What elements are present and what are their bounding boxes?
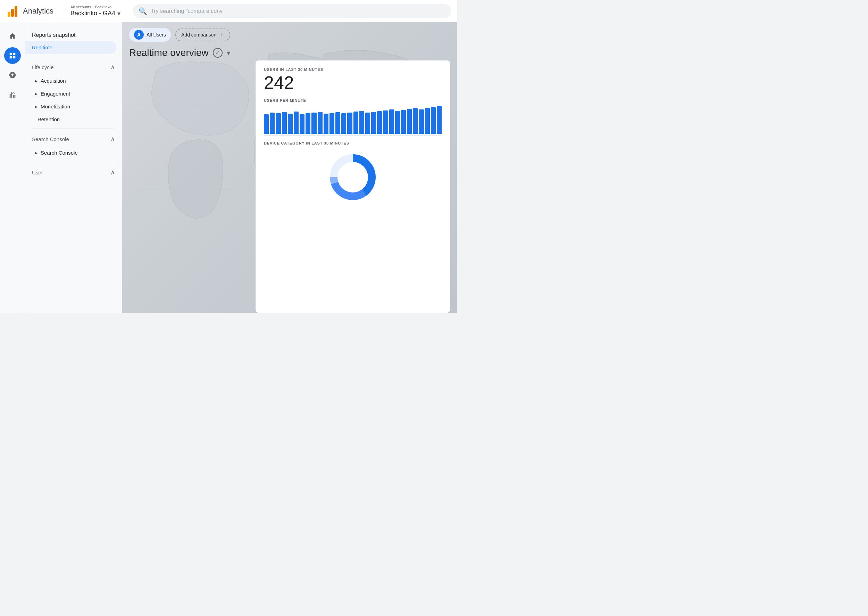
chart-bar	[324, 114, 329, 134]
sidebar-lifecycle-label: Life cycle	[32, 64, 54, 70]
monetization-bullet-icon: ▸	[35, 104, 37, 110]
chart-bar	[419, 110, 424, 134]
breadcrumb-chevron-icon: ›	[92, 5, 94, 9]
chart-bar	[431, 107, 436, 134]
account-selector[interactable]: Backlinko - GA4 ▾	[71, 10, 121, 17]
search-console-chevron-icon: ∧	[110, 135, 115, 143]
svg-rect-6	[13, 56, 15, 58]
chart-bar	[407, 109, 412, 134]
chart-bar	[288, 114, 293, 134]
analytics-logo-icon	[6, 4, 19, 18]
add-comparison-button[interactable]: Add comparison ＋	[175, 28, 230, 41]
nav-advertising-icon[interactable]	[4, 86, 21, 103]
sidebar-item-search-console[interactable]: ▸ Search Console	[25, 146, 122, 159]
sidebar-realtime-label: Realtime	[32, 44, 52, 50]
chart-bar	[335, 112, 340, 134]
chart-bar	[306, 113, 310, 134]
sidebar-acquisition-label: Acquisition	[41, 78, 66, 84]
donut-svg	[325, 149, 381, 205]
sidebar-item-engagement[interactable]: ▸ Engagement	[25, 87, 122, 100]
sidebar-divider-1	[32, 57, 115, 57]
sidebar-user-header[interactable]: User ∧	[25, 165, 122, 180]
nav-reports-icon[interactable]	[4, 47, 21, 64]
device-donut-chart	[264, 149, 442, 205]
sidebar-lifecycle-group: Life cycle ∧ ▸ Acquisition ▸ Engagement …	[25, 60, 122, 126]
chart-bar	[413, 108, 418, 134]
chart-bar	[282, 112, 287, 134]
users-30min-label: USERS IN LAST 30 MINUTES	[264, 68, 442, 72]
sidebar-monetization-label: Monetization	[41, 104, 70, 110]
svg-rect-2	[14, 6, 17, 17]
sidebar-item-monetization[interactable]: ▸ Monetization	[25, 100, 122, 113]
chart-bar	[401, 110, 406, 134]
chart-bar	[365, 113, 370, 134]
lifecycle-chevron-icon: ∧	[110, 63, 115, 71]
user-chevron-icon: ∧	[110, 168, 115, 176]
main-layout: Reports snapshot Realtime Life cycle ∧ ▸…	[0, 22, 457, 313]
sidebar-divider-2	[32, 129, 115, 129]
sidebar-lifecycle-header[interactable]: Life cycle ∧	[25, 60, 122, 74]
chart-bar	[276, 113, 280, 134]
chart-bar	[437, 106, 442, 134]
sidebar-reports-snapshot-title[interactable]: Reports snapshot	[25, 28, 122, 41]
realtime-title-row: Realtime overview ✓ ▾	[129, 47, 450, 58]
chart-bar	[329, 113, 334, 134]
content-top-bar: A All Users Add comparison ＋	[129, 28, 450, 42]
engagement-bullet-icon: ▸	[35, 91, 37, 97]
breadcrumb-prefix: All accounts	[71, 5, 91, 9]
breadcrumb-site: Backlinko	[95, 5, 111, 9]
realtime-dropdown-icon[interactable]: ▾	[227, 49, 230, 57]
add-icon: ＋	[218, 31, 224, 39]
add-comparison-label: Add comparison	[181, 32, 216, 38]
logo-area: Analytics	[6, 4, 53, 18]
content-area: A All Users Add comparison ＋ Realtime ov…	[122, 22, 457, 313]
all-users-badge[interactable]: A All Users	[129, 28, 171, 42]
chart-bar	[383, 110, 388, 134]
nav-explore-icon[interactable]	[4, 67, 21, 83]
header-divider	[62, 4, 62, 18]
svg-rect-4	[13, 53, 15, 55]
chart-bar	[371, 112, 376, 134]
search-area[interactable]: 🔍 Try searching "compare conv	[133, 4, 451, 18]
nav-home-icon[interactable]	[4, 28, 21, 44]
chart-bar	[425, 108, 430, 134]
chart-baseline	[264, 135, 442, 135]
sidebar-divider-3	[32, 162, 115, 162]
realtime-overview-title: Realtime overview	[129, 47, 209, 58]
account-dropdown-icon: ▾	[118, 10, 121, 17]
chart-bar	[300, 114, 304, 134]
chart-bar	[312, 113, 316, 134]
sidebar-engagement-label: Engagement	[41, 91, 70, 97]
stats-card: USERS IN LAST 30 MINUTES 242 USERS PER M…	[255, 60, 450, 313]
all-users-avatar: A	[134, 30, 144, 39]
chart-bar	[294, 112, 299, 134]
sidebar-item-acquisition[interactable]: ▸ Acquisition	[25, 74, 122, 87]
users-30min-value: 242	[264, 73, 442, 93]
sidebar-user-label: User	[32, 170, 43, 176]
sidebar-search-console-group: Search Console ∧ ▸ Search Console	[25, 132, 122, 159]
search-console-bullet-icon: ▸	[35, 150, 37, 156]
sidebar: Reports snapshot Realtime Life cycle ∧ ▸…	[25, 22, 122, 313]
sidebar-search-console-header[interactable]: Search Console ∧	[25, 132, 122, 146]
svg-rect-1	[11, 9, 14, 17]
account-name: Backlinko - GA4	[71, 10, 115, 17]
svg-rect-5	[9, 56, 11, 58]
chart-bar	[353, 112, 358, 134]
chart-bar	[270, 113, 275, 134]
content-overlay: A All Users Add comparison ＋ Realtime ov…	[122, 22, 457, 313]
chart-bar	[395, 111, 400, 134]
breadcrumb-top: All accounts › Backlinko	[71, 5, 121, 9]
sidebar-search-console-label: Search Console	[41, 150, 78, 156]
chart-bar	[377, 111, 382, 134]
users-per-minute-chart	[264, 106, 442, 134]
check-circle-icon: ✓	[213, 48, 222, 58]
sidebar-retention-label: Retention	[35, 116, 60, 122]
device-category-label: DEVICE CATEGORY IN LAST 30 MINUTES	[264, 141, 442, 145]
sidebar-item-realtime[interactable]: Realtime	[25, 41, 116, 54]
chart-bar	[347, 113, 352, 134]
svg-rect-0	[8, 12, 10, 17]
sidebar-item-retention[interactable]: Retention	[25, 113, 122, 126]
icon-nav	[0, 22, 25, 313]
chart-bar	[318, 112, 323, 134]
acquisition-bullet-icon: ▸	[35, 78, 37, 84]
